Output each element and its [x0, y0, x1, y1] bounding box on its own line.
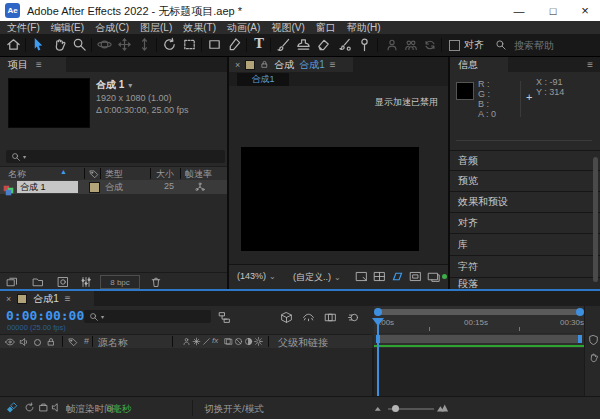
new-composition-icon[interactable]	[57, 276, 69, 288]
layer-track-area[interactable]	[374, 348, 584, 396]
tab-project[interactable]: 项目 ≡	[0, 57, 66, 72]
fx-switch-icon[interactable]: fx	[212, 336, 218, 345]
time-ruler[interactable]: :00s 00:15s 00:30s	[374, 306, 584, 333]
playhead-line[interactable]	[377, 318, 379, 396]
label-column-icon[interactable]	[68, 337, 78, 347]
menu-item-edit[interactable]: 编辑(E)	[51, 21, 84, 35]
menu-item-animation[interactable]: 动画(A)	[227, 21, 260, 35]
audio-mute-icon[interactable]	[51, 402, 62, 413]
snapshot-icon[interactable]	[427, 270, 440, 283]
composition-nesting-icon[interactable]	[5, 402, 18, 414]
solo-icon[interactable]	[34, 339, 41, 346]
navigator-start-handle[interactable]	[374, 308, 382, 316]
viewer-tab-comp1[interactable]: 合成1	[237, 73, 289, 86]
draft-mode-icon[interactable]	[38, 402, 49, 413]
zoom-out-mountain-icon[interactable]	[374, 405, 383, 412]
camera-region-tool-icon[interactable]	[182, 37, 197, 52]
work-area-end-handle[interactable]	[578, 335, 582, 343]
work-area-bar[interactable]	[376, 335, 582, 343]
clone-stamp-tool-icon[interactable]	[296, 37, 311, 52]
eraser-tool-icon[interactable]	[316, 37, 331, 52]
minimize-button[interactable]: —	[503, 0, 535, 21]
menu-item-effect[interactable]: 效果(T)	[183, 21, 216, 35]
lock-icon[interactable]	[46, 337, 56, 347]
quality-switch-icon[interactable]	[202, 337, 211, 346]
interpret-footage-icon[interactable]	[6, 276, 18, 288]
bit-depth-button[interactable]: 8 bpc	[100, 275, 140, 289]
video-eye-icon[interactable]	[5, 337, 15, 347]
menu-item-help[interactable]: 帮助(H)	[347, 21, 381, 35]
grab-hand-icon[interactable]	[588, 352, 599, 363]
motion-blur-switch-icon[interactable]	[234, 337, 243, 346]
panel-menu-icon[interactable]: ≡	[587, 59, 592, 70]
shield-icon[interactable]	[588, 334, 599, 346]
region-of-interest-icon[interactable]	[391, 270, 404, 283]
label-column-icon[interactable]	[89, 169, 99, 179]
sort-ascending-icon[interactable]: ▲	[60, 168, 67, 175]
dropdown-arrow-icon[interactable]: ▾	[128, 81, 132, 90]
home-icon[interactable]	[6, 37, 21, 52]
orbit-camera-tool-icon[interactable]	[97, 37, 112, 52]
pan-camera-tool-icon[interactable]	[117, 37, 132, 52]
panel-align[interactable]: 对齐	[450, 212, 600, 233]
close-tab-icon[interactable]: ×	[235, 60, 240, 70]
tab-composition[interactable]: × 合成 合成1 ≡	[229, 57, 353, 72]
draft-3d-icon[interactable]	[280, 311, 293, 324]
mask-visibility-icon[interactable]	[373, 270, 386, 283]
puppet-pin-tool-icon[interactable]	[357, 37, 372, 52]
playhead-handle[interactable]	[372, 318, 384, 326]
align-checkbox[interactable]	[449, 40, 460, 51]
roto-brush-tool-icon[interactable]	[337, 37, 352, 52]
zoom-tool-icon[interactable]	[72, 37, 87, 52]
grid-guides-icon[interactable]	[355, 270, 368, 283]
panel-audio[interactable]: 音频	[450, 150, 600, 171]
tab-info[interactable]: 信息	[450, 57, 508, 72]
panel-effects-presets[interactable]: 效果和预设	[450, 191, 600, 212]
panel-menu-icon[interactable]: ≡	[65, 293, 70, 304]
menu-item-composition[interactable]: 合成(C)	[95, 21, 129, 35]
audio-speaker-icon[interactable]	[19, 337, 29, 347]
right-scrollbar[interactable]	[593, 157, 598, 282]
shy-layers-icon[interactable]	[302, 311, 315, 324]
lock-icon[interactable]	[260, 60, 269, 69]
layer-list-area[interactable]	[0, 348, 372, 396]
selection-tool-icon[interactable]	[31, 37, 46, 56]
project-row-comp1[interactable]: 合成 1 合成 25	[0, 180, 227, 194]
project-search-box[interactable]: ▾	[6, 150, 225, 163]
maximize-button[interactable]: □	[537, 0, 569, 21]
threed-switch-icon[interactable]	[254, 337, 263, 346]
trash-icon[interactable]	[150, 276, 162, 288]
menu-item-file[interactable]: 文件(F)	[7, 21, 40, 35]
close-button[interactable]: ×	[570, 0, 600, 21]
motion-blur-icon[interactable]	[347, 311, 360, 324]
menu-item-window[interactable]: 窗口	[316, 21, 336, 35]
resolution-dropdown[interactable]: (自定义..) ⌄	[293, 271, 341, 284]
brush-tool-icon[interactable]	[276, 37, 291, 52]
panel-preview[interactable]: 预览	[450, 170, 600, 191]
adjustment-switch-icon[interactable]	[244, 337, 253, 346]
help-search-input[interactable]	[512, 39, 594, 52]
navigator-end-handle[interactable]	[576, 308, 584, 316]
rotation-tool-icon[interactable]	[162, 37, 177, 52]
comp-canvas[interactable]	[241, 147, 419, 251]
time-navigator-bar[interactable]	[376, 309, 582, 315]
project-row-name-cell[interactable]: 合成 1	[17, 181, 78, 193]
menu-item-view[interactable]: 视图(V)	[271, 21, 304, 35]
panel-menu-icon[interactable]: ≡	[36, 59, 41, 70]
current-timecode[interactable]: 0:00:00:00	[6, 308, 84, 323]
panel-libraries[interactable]: 库	[450, 233, 600, 255]
help-search[interactable]	[495, 37, 595, 53]
dropdown-arrow-icon[interactable]: ▾	[23, 153, 26, 160]
align-toggle[interactable]: 对齐	[449, 38, 484, 52]
live-update-icon[interactable]	[24, 402, 35, 413]
hand-tool-icon[interactable]	[52, 37, 67, 52]
panel-character[interactable]: 字符	[450, 255, 600, 277]
menu-item-layer[interactable]: 图层(L)	[140, 21, 172, 35]
zoom-in-mountain-icon[interactable]	[437, 403, 449, 413]
rectangle-tool-icon[interactable]	[207, 37, 222, 52]
transparency-grid-icon[interactable]	[409, 270, 422, 283]
magnification-dropdown[interactable]: (143%) ⌄	[237, 271, 276, 281]
project-settings-icon[interactable]	[80, 276, 92, 288]
close-tab-icon[interactable]: ×	[6, 294, 11, 304]
toggle-switches-modes-button[interactable]: 切换开关/模式	[204, 403, 264, 416]
